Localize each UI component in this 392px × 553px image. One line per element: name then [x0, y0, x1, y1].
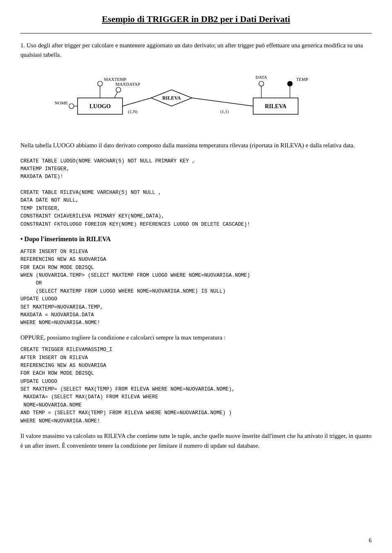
svg-text:DATA: DATA: [256, 75, 267, 80]
svg-point-22: [287, 81, 292, 86]
svg-line-17: [114, 92, 118, 98]
intro-paragraph: 1. Uso degli after trigger per calcolare…: [20, 41, 372, 59]
svg-point-19: [259, 81, 264, 86]
svg-text:LUOGO: LUOGO: [89, 103, 111, 109]
svg-point-16: [116, 87, 121, 92]
page-number: 6: [369, 536, 372, 545]
svg-point-10: [69, 104, 74, 109]
oppure-paragraph: OPPURE, possiamo togliere la condizione …: [20, 333, 372, 342]
description-paragraph: Nella tabella LUOGO abbiamo il dato deri…: [20, 141, 372, 150]
er-diagram: LUOGO RILEVA RILEVA (1,N) (1,1) NOME MAX…: [20, 67, 372, 133]
code-block-3: CREATE TRIGGER RILEVAMASSIMO_I AFTER INS…: [20, 346, 372, 425]
svg-point-13: [98, 81, 102, 86]
svg-text:RILEVA: RILEVA: [265, 103, 287, 109]
svg-text:MAXTEMP: MAXTEMP: [104, 77, 126, 82]
svg-text:(1,N): (1,N): [128, 109, 138, 114]
closing-paragraph: Il valore massimo va calcolato su RILEVA…: [20, 431, 372, 451]
svg-text:(1,1): (1,1): [220, 109, 229, 114]
svg-text:RILEVA: RILEVA: [162, 95, 180, 101]
er-diagram-svg: LUOGO RILEVA RILEVA (1,N) (1,1) NOME MAX…: [53, 67, 339, 133]
title-divider: [20, 33, 372, 33]
svg-line-6: [122, 98, 151, 106]
svg-text:TEMP: TEMP: [296, 77, 308, 82]
svg-text:NOME: NOME: [55, 100, 68, 105]
code-block-1: CREATE TABLE LUOGO(NOME VARCHAR(5) NOT N…: [20, 158, 372, 229]
svg-line-8: [192, 98, 253, 106]
svg-text:MAXDATAP: MAXDATAP: [116, 82, 140, 87]
page-title: Esempio di TRIGGER in DB2 per i Dati Der…: [20, 12, 372, 26]
code-block-2: AFTER INSERT ON RILEVA REFERENCING NEW A…: [20, 248, 372, 327]
bullet-heading: Dopo l'inserimento in RILEVA: [20, 234, 372, 244]
